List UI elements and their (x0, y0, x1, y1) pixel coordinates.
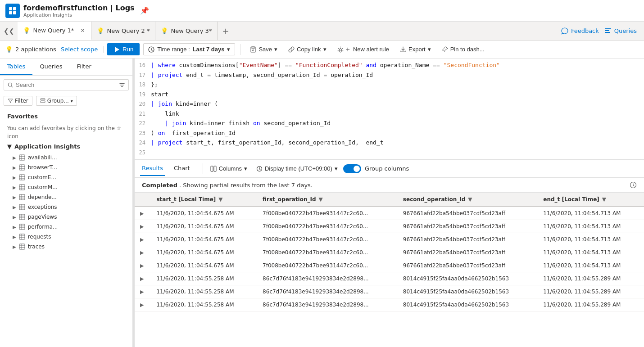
row-expand[interactable]: ▶ (135, 285, 151, 298)
results-table-container[interactable]: start_t [Local Time]▼first_operation_Id▼… (135, 193, 644, 347)
export-chevron-icon: ▾ (428, 46, 431, 53)
col-label: first_operation_Id (263, 196, 316, 203)
sidebar-group-app-insights[interactable]: ▼ Application Insights (0, 140, 132, 153)
col-filter-icon[interactable]: ▼ (218, 196, 222, 203)
scope-icon: 💡 (5, 46, 13, 53)
sidebar-tab-queries[interactable]: Queries (32, 59, 69, 75)
expand-icon[interactable]: ▶ (140, 250, 144, 256)
row-expand[interactable]: ▶ (135, 298, 151, 311)
svg-rect-39 (19, 214, 25, 220)
row-expand[interactable]: ▶ (135, 233, 151, 246)
tab-new-query-3[interactable]: 💡 New Query 3* (155, 22, 218, 40)
display-time-button[interactable]: Display time (UTC+09:00) ▾ (253, 163, 341, 174)
sidebar-tab-tables[interactable]: Tables (0, 59, 32, 75)
toolbar: 💡 2 applications Select scope Run Time r… (0, 41, 644, 59)
tab-new-query-1[interactable]: 💡 New Query 1* ✕ (18, 22, 91, 40)
col-filter-icon[interactable]: ▼ (468, 196, 472, 203)
result-tab-results[interactable]: Results (140, 161, 165, 176)
results-table-header: start_t [Local Time]▼first_operation_Id▼… (135, 193, 644, 207)
sidebar-item[interactable]: ▶ depende... (0, 192, 132, 202)
svg-marker-7 (115, 47, 119, 52)
queries-label: Queries (614, 27, 637, 34)
tab-icon-2: 💡 (97, 27, 104, 34)
table-cell-start_t: 11/6/2020, 11:04:54.675 AM (151, 246, 257, 259)
save-button[interactable]: Save ▾ (246, 44, 281, 55)
row-expand[interactable]: ▶ (135, 220, 151, 233)
tab-close-1[interactable]: ✕ (79, 27, 86, 35)
table-label: customM... (28, 184, 58, 190)
expand-icon[interactable]: ▶ (140, 224, 144, 230)
tab-chevron-left[interactable]: ❮❮ (0, 22, 18, 40)
table-cell-start_t: 11/6/2020, 11:04:54.675 AM (151, 220, 257, 233)
pin-to-dash-button[interactable]: Pin to dash... (438, 44, 488, 55)
pin-icon[interactable]: 📌 (140, 6, 149, 15)
table-label: pageViews (28, 214, 57, 220)
columns-button[interactable]: Columns ▾ (207, 163, 251, 174)
filter-button[interactable]: Filter (4, 96, 32, 106)
table-cell-second_op: 8014c4915f25fa4aa0da4662502b1563 (398, 272, 538, 285)
row-expand[interactable]: ▶ (135, 246, 151, 259)
table-label: traces (28, 243, 45, 250)
copy-link-button[interactable]: Copy link ▾ (285, 44, 330, 55)
tab-new-query-2[interactable]: 💡 New Query 2 * (91, 22, 155, 40)
table-expand-icon: ▶ (13, 205, 16, 210)
expand-icon[interactable]: ▶ (140, 237, 144, 243)
scope-count: 2 applications (15, 46, 56, 53)
svg-rect-1 (13, 7, 16, 10)
sidebar-item[interactable]: ▶ pageViews (0, 212, 132, 222)
col-filter-icon[interactable]: ▼ (602, 196, 606, 203)
expand-icon[interactable]: ▶ (140, 302, 144, 308)
time-range-chevron: ▾ (227, 46, 230, 53)
sidebar-item[interactable]: ▶ customE... (0, 172, 132, 182)
svg-rect-3 (13, 11, 16, 14)
table-row: ▶11/6/2020, 11:04:54.675 AM7f008be040722… (135, 246, 644, 259)
result-tab-chart[interactable]: Chart (172, 161, 192, 176)
group-button[interactable]: Group... ▾ (36, 96, 77, 106)
line-number: 20 (135, 99, 151, 108)
tab-add-button[interactable]: + (218, 22, 233, 40)
group-columns-toggle[interactable] (343, 164, 361, 173)
table-label: browserT... (28, 164, 57, 171)
favorites-section: Favorites (0, 108, 132, 124)
code-editor[interactable]: 16 | where customDimensions["EventName"]… (135, 59, 644, 160)
col-filter-icon[interactable]: ▼ (318, 196, 322, 203)
sidebar-item[interactable]: ▶ browserT... (0, 162, 132, 172)
sidebar-item[interactable]: ▶ exceptions (0, 202, 132, 212)
sidebar-item[interactable]: ▶ traces (0, 242, 132, 252)
sidebar-item[interactable]: ▶ customM... (0, 182, 132, 192)
sidebar-item[interactable]: ▶ availabili... (0, 153, 132, 162)
table-cell-second_op: 8014c4915f25fa4aa0da4662502b1563 (398, 298, 538, 311)
feedback-button[interactable]: Feedback (561, 27, 599, 35)
queries-button[interactable]: Queries (604, 27, 637, 35)
expand-icon[interactable]: ▶ (140, 289, 144, 295)
row-expand[interactable]: ▶ (135, 272, 151, 285)
time-range-button[interactable]: Time range : Last 7 days ▾ (143, 43, 235, 55)
expand-icon[interactable]: ▶ (140, 263, 144, 269)
code-line: 25 (135, 148, 644, 157)
table-label: requests (28, 234, 51, 240)
expand-icon[interactable]: ▶ (140, 276, 144, 282)
row-expand[interactable]: ▶ (135, 259, 151, 272)
sidebar-item[interactable]: ▶ requests (0, 232, 132, 242)
sidebar-tab-filter[interactable]: Filter (70, 59, 99, 75)
export-button[interactable]: Export ▾ (396, 44, 435, 55)
col-expand-header (135, 193, 151, 207)
table-label: availabili... (28, 154, 57, 161)
table-expand-icon: ▶ (13, 244, 16, 249)
run-button[interactable]: Run (107, 43, 140, 55)
copy-link-chevron-icon: ▾ (323, 46, 327, 53)
table-label: depende... (28, 194, 57, 200)
table-label: performa... (28, 224, 58, 230)
row-expand[interactable]: ▶ (135, 207, 151, 220)
sidebar-search[interactable] (4, 79, 129, 90)
search-input[interactable] (16, 81, 117, 88)
toolbar-sep-1 (240, 44, 241, 55)
sidebar-item[interactable]: ▶ performa... (0, 222, 132, 232)
select-scope-button[interactable]: Select scope (61, 46, 98, 53)
line-number: 17 (135, 71, 151, 79)
expand-icon[interactable]: ▶ (140, 211, 144, 216)
new-alert-rule-button[interactable]: + New alert rule (334, 43, 393, 56)
columns-chevron-icon: ▾ (244, 165, 247, 172)
scope-section: 💡 2 applications Select scope (5, 46, 104, 53)
group-title-label: Application Insights (14, 143, 80, 150)
